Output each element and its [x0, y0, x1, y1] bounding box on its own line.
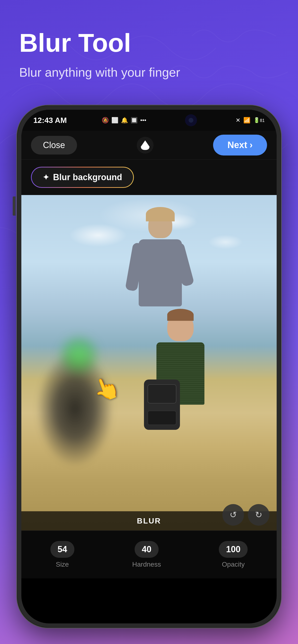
opacity-value: 100 — [219, 541, 248, 558]
page-title: Blur Tool — [19, 29, 279, 57]
mute-icon: 🔕 — [102, 117, 109, 124]
undo-redo-container: ↺ ↻ — [222, 504, 269, 526]
blur-background-btn-wrapper[interactable]: ✦ Blur background — [31, 167, 134, 188]
sim-icon: ✕ — [236, 117, 240, 124]
phone-mockup: 12:43 AM 🔕 ⬜ 🔔 🔲 ••• ✕ 📶 🔋 — [17, 106, 281, 628]
size-value: 54 — [50, 541, 74, 558]
opacity-control[interactable]: 100 Opacity — [219, 541, 248, 568]
sparkle-icon: ✦ — [43, 173, 49, 182]
photo-area[interactable]: 👆 BLUR ↺ ↻ — [21, 195, 277, 530]
opacity-label: Opacity — [222, 560, 245, 568]
status-icons-left: 🔕 ⬜ 🔔 🔲 ••• — [102, 117, 146, 124]
toolbar: Close Next › — [21, 131, 277, 160]
wifi-icon: 📶 — [243, 117, 250, 124]
close-button[interactable]: Close — [31, 136, 77, 154]
undo-button[interactable]: ↺ — [222, 504, 244, 526]
hardness-control[interactable]: 40 Hardness — [132, 541, 161, 568]
hardness-value: 40 — [135, 541, 159, 558]
status-bar: 12:43 AM 🔕 ⬜ 🔔 🔲 ••• ✕ 📶 🔋 — [21, 110, 277, 131]
nfc-icon: 🔲 — [130, 117, 138, 124]
hardness-label: Hardness — [132, 560, 161, 568]
screen-record-icon: ⬜ — [111, 117, 118, 124]
ai-selection-glow — [60, 336, 98, 374]
alarm-icon: 🔔 — [121, 117, 128, 124]
blur-background-label: Blur background — [53, 172, 122, 182]
app-logo — [137, 137, 154, 154]
more-icon: ••• — [140, 117, 146, 124]
blur-btn-section: ✦ Blur background — [21, 160, 277, 195]
battery-icon: 🔋81 — [253, 117, 265, 124]
status-icons-right: ✕ 📶 🔋81 — [236, 117, 265, 124]
page-subtitle: Blur anything with your finger — [19, 64, 279, 81]
size-label: Size — [56, 560, 69, 568]
bottom-controls: 54 Size 40 Hardness 100 Opacity — [21, 530, 277, 578]
size-control[interactable]: 54 Size — [50, 541, 74, 568]
redo-button[interactable]: ↻ — [248, 504, 269, 526]
status-time: 12:43 AM — [33, 116, 67, 125]
next-button[interactable]: Next › — [213, 135, 267, 156]
